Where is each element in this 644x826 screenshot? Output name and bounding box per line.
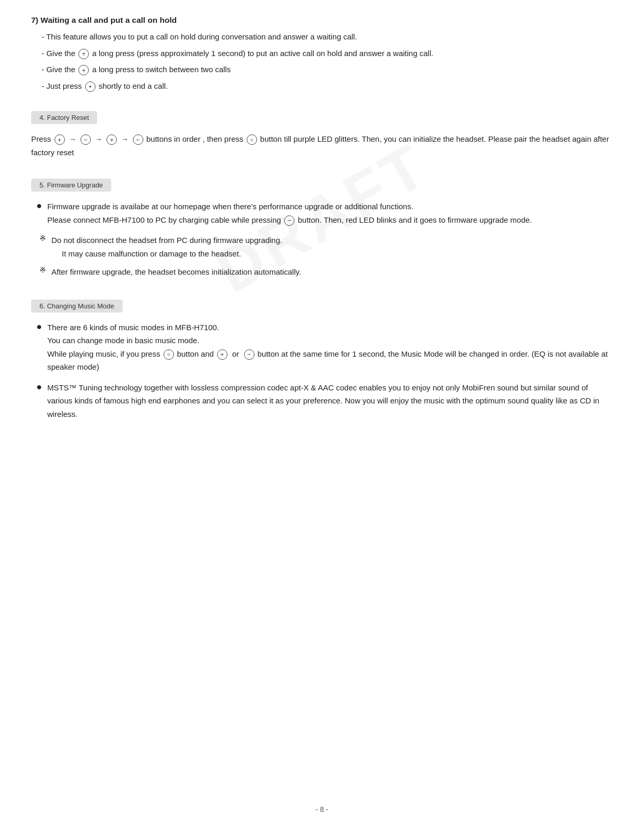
- section6-bullet2-line1: MSTS™ Tuning technology together with lo…: [47, 381, 613, 421]
- section5-b1-l2-mid: button. Then, red LED blinks and it goes…: [298, 215, 532, 224]
- section7-line4: - Just press ● shortly to end a call.: [42, 79, 613, 93]
- section-4: 4. Factory Reset Press + → − → + → − but…: [31, 96, 613, 159]
- plus-icon-5: +: [217, 349, 227, 360]
- section6-b1-l3-pre: While playing music, if you press: [47, 349, 160, 358]
- section5-note1: ※ Do not disconnect the headset from PC …: [39, 234, 613, 260]
- plus-icon-1: +: [78, 49, 89, 59]
- bullet-dot-3: ●: [36, 382, 42, 392]
- section-6: 6. Changing Music Mode ● There are 6 kin…: [31, 284, 613, 421]
- section7-line1: - This feature allows you to put a call …: [42, 30, 613, 44]
- section5-badge: 5. Firmware Upgrade: [31, 179, 111, 192]
- dot-icon-1: ●: [85, 82, 96, 92]
- arrow-1: →: [69, 135, 76, 143]
- arrow-2: →: [95, 135, 102, 143]
- section5-note2-content: After firmware upgrade, the headset beco…: [51, 265, 613, 279]
- section6-bullet1-line1: There are 6 kinds of music modes in MFB-…: [47, 321, 613, 334]
- minus-icon-4: −: [244, 349, 254, 360]
- section5-note1-content: Do not disconnect the headset from PC du…: [51, 234, 613, 260]
- section-7: 7) Waiting a call and put a call on hold…: [31, 16, 613, 92]
- section-5: 5. Firmware Upgrade ● Firmware upgrade i…: [31, 163, 613, 279]
- bullet-dot-1: ●: [36, 200, 42, 211]
- note-symbol-2: ※: [39, 265, 46, 275]
- section4-press-label: Press: [31, 134, 51, 143]
- minus-icon-3: −: [284, 215, 294, 226]
- section5-bullet1-line2: Please connect MFB-H7100 to PC by chargi…: [47, 213, 613, 227]
- note-symbol-1: ※: [39, 234, 46, 243]
- section7-line3: - Give the + a long press to switch betw…: [42, 63, 613, 76]
- section5-note1-line1: Do not disconnect the headset from PC du…: [51, 234, 613, 247]
- section7-line3-mid: a long press to switch between two calls: [92, 65, 231, 74]
- page-footer: - 8 -: [0, 805, 644, 814]
- section4-press-line: Press + → − → + → − buttons in order , t…: [31, 132, 613, 159]
- section5-bullet1: ● Firmware upgrade is availabe at our ho…: [36, 200, 613, 226]
- section7-line2-mid: a long press (press approximately 1 seco…: [92, 49, 433, 58]
- section7-line3-pre: - Give the: [42, 65, 75, 74]
- section7-title: 7) Waiting a call and put a call on hold: [31, 16, 613, 25]
- plus-icon-4: +: [106, 134, 117, 145]
- section5-b1-l2-pre: Please connect MFB-H7100 to PC by chargi…: [47, 215, 281, 224]
- section5-note2-line1: After firmware upgrade, the headset beco…: [51, 265, 613, 279]
- section5-note1-line2: It may cause malfunction or damage to th…: [62, 247, 613, 261]
- section6-bullet2: ● MSTS™ Tuning technology together with …: [36, 381, 613, 421]
- dot-icon-3: ⊙: [164, 349, 174, 360]
- minus-icon-1: −: [81, 134, 91, 145]
- section5-note2: ※ After firmware upgrade, the headset be…: [39, 265, 613, 279]
- section6-bullet1: ● There are 6 kinds of music modes in MF…: [36, 321, 613, 374]
- section6-bullet2-content: MSTS™ Tuning technology together with lo…: [47, 381, 613, 421]
- section6-bullet1-content: There are 6 kinds of music modes in MFB-…: [47, 321, 613, 374]
- bullet-dot-2: ●: [36, 321, 42, 332]
- section6-bullet1-line3: While playing music, if you press ⊙ butt…: [47, 347, 613, 374]
- section5-bullet1-line1: Firmware upgrade is availabe at our home…: [47, 200, 613, 213]
- section6-b1-l3-or: or: [232, 349, 239, 358]
- section4-press-mid: buttons in order , then press: [146, 134, 244, 143]
- section4-press-end: button till purple LED glitters. Then, y…: [31, 134, 609, 157]
- section6-badge: 6. Changing Music Mode: [31, 300, 123, 313]
- dot-icon-2: ⊙: [247, 134, 257, 145]
- arrow-3: →: [121, 135, 128, 143]
- section7-line4-pre: - Just press: [42, 82, 82, 90]
- section6-b1-l3-mid: button and: [177, 349, 214, 358]
- minus-icon-2: −: [133, 134, 143, 145]
- plus-icon-3: +: [55, 134, 65, 145]
- section7-line4-mid: shortly to end a call.: [99, 82, 168, 90]
- section5-bullet1-content: Firmware upgrade is availabe at our home…: [47, 200, 613, 226]
- section7-line2-pre: - Give the: [42, 49, 75, 58]
- plus-icon-2: +: [78, 65, 89, 75]
- section6-bullet1-line2: You can change mode in basic music mode.: [47, 334, 613, 347]
- section4-badge: 4. Factory Reset: [31, 111, 97, 124]
- section7-line2: - Give the + a long press (press approxi…: [42, 47, 613, 60]
